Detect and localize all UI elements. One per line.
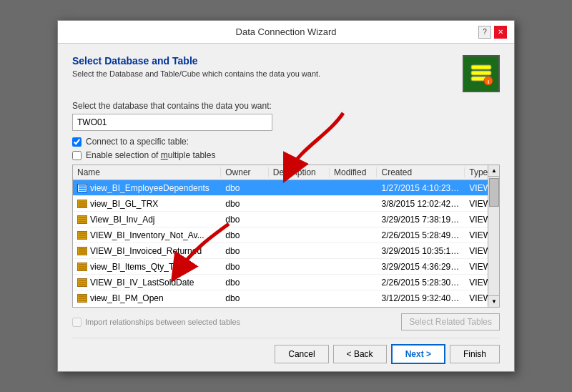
row-name: View_BI_Inv_Adj (90, 215, 155, 225)
row-name: VIEW_BI_Inventory_Not_Av... (90, 230, 204, 240)
table-row[interactable]: VIEW_BI_IV_LastSoldDate dbo 2/26/2015 5:… (73, 275, 499, 290)
svg-rect-20 (79, 264, 86, 265)
finish-button[interactable]: Finish (450, 345, 500, 363)
col-created: Created (377, 167, 465, 177)
cancel-button[interactable]: Cancel (275, 345, 328, 363)
data-table: Name Owner Description Modified Created … (72, 165, 500, 308)
row-name: VIEW_BI_Invoiced_Returned (90, 246, 202, 256)
row-icon (77, 247, 87, 255)
row-created: 3/12/2015 9:32:40 AM (378, 293, 465, 303)
svg-rect-23 (79, 280, 86, 281)
row-created: 3/8/2015 12:02:42 PM (378, 199, 465, 209)
col-name: Name (73, 167, 221, 177)
svg-rect-9 (79, 203, 86, 205)
connect-specific-row: Connect to a specific table: (72, 137, 500, 147)
row-icon (77, 215, 87, 224)
svg-rect-5 (79, 185, 86, 187)
table-row[interactable]: view_BI_GL_TRX dbo 3/8/2015 12:02:42 PM … (73, 196, 499, 212)
scroll-down-arrow[interactable]: ▼ (488, 295, 500, 307)
svg-rect-27 (79, 298, 86, 299)
table-icon (79, 295, 86, 301)
enable-multiple-row: Enable selection of multiple tables (72, 150, 500, 160)
header-text: Select Database and Table Select the Dat… (72, 55, 320, 78)
table-icon (79, 185, 86, 191)
row-name: view_BI_GL_TRX (90, 199, 158, 209)
row-owner: dbo (221, 183, 268, 193)
svg-rect-24 (79, 282, 86, 283)
bottom-section: Import relationships between selected ta… (72, 313, 500, 330)
svg-rect-19 (79, 253, 86, 254)
svg-rect-17 (79, 248, 86, 250)
page-subtitle: Select the Database and Table/Cube which… (72, 69, 320, 78)
table-row[interactable]: view_BI_Items_Qty_Trx dbo 3/29/2015 4:36… (73, 259, 499, 275)
row-owner: dbo (221, 262, 268, 272)
header-section: Select Database and Table Select the Dat… (72, 55, 500, 92)
scroll-up-arrow[interactable]: ▲ (488, 165, 500, 177)
dialog-title: Data Connection Wizard (94, 26, 478, 37)
scrollbar[interactable]: ▲ ▼ (488, 165, 499, 307)
svg-rect-10 (79, 205, 86, 207)
row-owner: dbo (221, 215, 268, 225)
table-icon (79, 248, 86, 254)
svg-rect-11 (79, 217, 86, 218)
db-label: Select the database that contains the da… (72, 101, 500, 111)
connect-specific-checkbox[interactable] (72, 137, 82, 147)
header-icon: i (463, 55, 500, 92)
table-row[interactable]: View_BI_Inv_Adj dbo 3/29/2015 7:38:19 PM… (73, 212, 499, 227)
row-created: 3/29/2015 10:35:13 PM (378, 246, 465, 256)
svg-rect-25 (79, 284, 86, 285)
table-row[interactable]: view_BI_EmployeeDependents dbo 1/27/2015… (73, 180, 499, 196)
svg-rect-16 (79, 237, 86, 238)
table-icon (79, 217, 86, 222)
row-created: 3/29/2015 7:38:19 PM (378, 215, 465, 225)
row-created: 2/26/2015 5:28:30 PM (378, 278, 465, 288)
svg-rect-12 (79, 219, 86, 220)
svg-rect-13 (79, 221, 86, 222)
table-body: view_BI_EmployeeDependents dbo 1/27/2015… (73, 180, 499, 305)
row-icon (77, 294, 87, 303)
row-created: 3/29/2015 4:36:29 PM (378, 262, 465, 272)
table-icon (79, 264, 86, 270)
table-row[interactable]: view_BI_PM_Open dbo 3/12/2015 9:32:40 AM… (73, 290, 499, 305)
button-row: Cancel < Back Next > Finish (72, 338, 500, 364)
row-name: view_BI_PM_Open (90, 293, 164, 303)
enable-multiple-label: Enable selection of multiple tables (86, 150, 215, 160)
svg-rect-0 (471, 65, 491, 69)
database-dropdown[interactable]: TWO01 (72, 114, 272, 131)
row-owner: dbo (221, 230, 268, 240)
svg-rect-6 (79, 187, 86, 189)
row-icon (77, 278, 87, 287)
dropdown-row: TWO01 (72, 114, 500, 131)
table-row[interactable]: VIEW_BI_Invoiced_Returned dbo 3/29/2015 … (73, 243, 499, 259)
row-name: VIEW_BI_IV_LastSoldDate (90, 278, 194, 288)
col-description: Description (269, 167, 330, 177)
table-icon (79, 232, 86, 238)
help-button[interactable]: ? (478, 26, 491, 39)
dialog-window: Data Connection Wizard ? ✕ Select Databa… (57, 20, 515, 372)
svg-rect-7 (79, 190, 86, 191)
back-button[interactable]: < Back (333, 345, 387, 363)
svg-rect-14 (79, 232, 86, 234)
dialog-body: Select Database and Table Select the Dat… (58, 44, 514, 371)
scroll-thumb[interactable] (489, 178, 499, 207)
row-name: view_BI_Items_Qty_Trx (90, 262, 181, 272)
svg-rect-28 (79, 300, 86, 301)
row-icon (77, 263, 87, 271)
close-button[interactable]: ✕ (494, 26, 507, 39)
row-owner: dbo (221, 246, 268, 256)
import-relationships-checkbox (72, 318, 82, 327)
svg-rect-15 (79, 235, 86, 236)
next-button[interactable]: Next > (391, 344, 445, 364)
svg-rect-21 (79, 266, 86, 268)
enable-multiple-checkbox[interactable] (72, 151, 82, 160)
table-header: Name Owner Description Modified Created … (73, 165, 499, 180)
row-owner: dbo (221, 278, 268, 288)
table-icon (79, 280, 86, 285)
svg-text:i: i (488, 79, 489, 85)
table-row[interactable]: VIEW_BI_Inventory_Not_Av... dbo 2/26/201… (73, 227, 499, 243)
import-label: Import relationships between selected ta… (85, 318, 240, 326)
row-created: 1/27/2015 4:10:23 PM (378, 183, 465, 193)
connect-specific-label: Connect to a specific table: (86, 137, 189, 147)
select-related-button[interactable]: Select Related Tables (401, 313, 500, 330)
col-owner: Owner (221, 167, 268, 177)
